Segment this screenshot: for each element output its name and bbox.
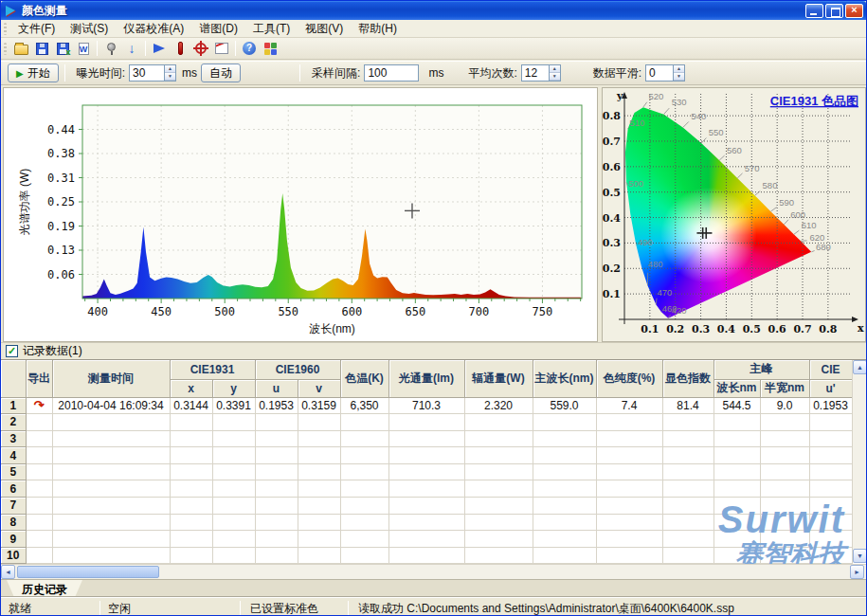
export-cell	[26, 498, 52, 515]
header-v[interactable]: v	[298, 379, 340, 397]
header-group-cie1931[interactable]: CIE1931	[170, 360, 255, 379]
header-purity[interactable]: 色纯度(%)	[596, 360, 662, 397]
table-row[interactable]: 3	[1, 430, 852, 447]
data-cell	[713, 447, 760, 464]
svg-text:570: 570	[745, 163, 760, 173]
scroll-down-button[interactable]: ▼	[853, 549, 867, 563]
data-cell	[388, 414, 464, 431]
svg-text:610: 610	[802, 220, 817, 230]
data-cell	[388, 463, 464, 480]
table-vertical-scrollbar[interactable]: ▲ ▼	[852, 360, 866, 563]
header-radiant-flux[interactable]: 辐通量(W)	[464, 360, 533, 397]
header-x[interactable]: x	[170, 379, 212, 397]
data-cell	[170, 480, 212, 498]
download-arrow-icon[interactable]: ↓	[121, 39, 142, 58]
menu-item-6[interactable]: 视图(V)	[298, 19, 351, 39]
header-cct[interactable]: 色温(K)	[340, 360, 388, 397]
table-row[interactable]: 4	[1, 447, 852, 464]
data-cell	[212, 547, 255, 564]
header-group-peak[interactable]: 主峰	[713, 360, 809, 379]
table-row[interactable]: 8	[1, 514, 852, 531]
svg-text:0.25: 0.25	[47, 195, 75, 208]
header-peak-wl[interactable]: 波长nm	[713, 379, 760, 397]
table-horizontal-scrollbar[interactable]: ◄ ►	[1, 564, 866, 579]
status-file-read: 读取成功 C:\Documents and Settings\Administr…	[358, 601, 734, 616]
menu-item-2[interactable]: 测试(S)	[63, 19, 116, 39]
data-cell	[533, 514, 596, 531]
exposure-input[interactable]: 30	[129, 64, 165, 82]
table-row[interactable]: 10	[1, 547, 852, 564]
record-data-checkbox[interactable]: ✓	[6, 345, 18, 357]
start-button[interactable]: ▶ 开始	[8, 63, 59, 82]
data-cell	[52, 430, 170, 447]
header-cri[interactable]: 显色指数	[662, 360, 713, 397]
header-y[interactable]: y	[212, 379, 255, 397]
restore-button[interactable]	[825, 4, 843, 18]
header-group-cie1960[interactable]: CIE1960	[255, 360, 340, 379]
data-cell	[809, 480, 852, 498]
data-cell	[464, 430, 533, 447]
table-row[interactable]: 6	[1, 480, 852, 498]
header-u[interactable]: u	[255, 379, 298, 397]
interval-input[interactable]: 100	[364, 64, 419, 82]
scroll-up-button[interactable]: ▲	[853, 360, 867, 374]
header-luminous-flux[interactable]: 光通量(lm)	[388, 360, 464, 397]
app-window: 颜色测量 × 文件(F)测试(S)仪器校准(A)谱图(D)工具(T)视图(V)帮…	[0, 0, 867, 616]
svg-text:600: 600	[790, 209, 805, 220]
data-cell	[298, 498, 340, 515]
svg-text:500: 500	[214, 305, 235, 318]
header-peak-halfwidth[interactable]: 半宽nm	[760, 379, 809, 397]
export-arrow-icon[interactable]: ↷	[34, 398, 45, 412]
smooth-spinner[interactable]: ▲▼	[674, 64, 685, 82]
average-spinner[interactable]: ▲▼	[550, 64, 561, 82]
data-cell	[464, 414, 533, 431]
header-uprime[interactable]: u'	[809, 379, 852, 397]
exposure-spinner[interactable]: ▲▼	[165, 64, 176, 82]
header-time[interactable]: 测量时间	[52, 360, 170, 397]
data-cell	[170, 514, 212, 531]
open-folder-icon[interactable]	[10, 39, 31, 58]
menu-item-3[interactable]: 仪器校准(A)	[116, 19, 191, 39]
target-icon[interactable]	[190, 39, 211, 58]
spectrum-chart-icon[interactable]	[211, 39, 232, 58]
spectrum-chart[interactable]: 4004505005506006507007500.060.130.190.25…	[3, 87, 598, 342]
table-row[interactable]: 2	[1, 414, 852, 431]
lamp-icon[interactable]	[100, 39, 121, 58]
data-cell	[388, 447, 464, 464]
table-row[interactable]: 9	[1, 531, 852, 548]
menu-item-1[interactable]: 文件(F)	[10, 19, 63, 39]
menu-item-5[interactable]: 工具(T)	[245, 19, 298, 39]
menu-grip[interactable]	[4, 23, 7, 35]
average-input[interactable]: 12	[521, 64, 550, 82]
flag-icon[interactable]	[149, 39, 170, 58]
menu-item-4[interactable]: 谱图(D)	[191, 19, 245, 39]
scroll-right-button[interactable]: ►	[850, 565, 864, 579]
svg-text:500: 500	[628, 178, 643, 189]
close-button[interactable]: ×	[845, 4, 863, 18]
thermometer-icon[interactable]	[170, 39, 190, 58]
color-blocks-icon[interactable]	[260, 39, 280, 58]
smooth-input[interactable]: 0	[645, 64, 674, 82]
svg-text:0.06: 0.06	[47, 268, 75, 281]
data-cell	[340, 414, 388, 431]
header-group-cie[interactable]: CIE	[809, 360, 852, 379]
hscroll-thumb[interactable]	[17, 566, 159, 578]
record-data-label: 记录数据(1)	[23, 343, 82, 359]
table-row[interactable]: 5	[1, 463, 852, 480]
auto-button[interactable]: 自动	[201, 63, 241, 82]
export-word-icon[interactable]: W	[73, 39, 94, 58]
table-row[interactable]: 1↷2010-04-04 16:09:340.31440.33910.19530…	[1, 397, 852, 414]
table-row[interactable]: 7	[1, 498, 852, 515]
save-icon[interactable]	[31, 39, 52, 58]
data-cell	[662, 514, 713, 531]
header-export[interactable]: 导出	[26, 360, 52, 397]
scroll-left-button[interactable]: ◄	[1, 565, 15, 579]
toolbar-grip[interactable]	[4, 43, 7, 55]
data-cell	[713, 514, 760, 531]
cie-chromaticity-chart[interactable]: 0.10.10.20.20.30.30.40.40.50.50.60.60.70…	[602, 87, 866, 342]
help-icon[interactable]: ?	[239, 39, 260, 58]
menu-item-7[interactable]: 帮助(H)	[351, 19, 405, 39]
minimize-button[interactable]	[805, 4, 823, 18]
export-excel-icon[interactable]: x	[52, 39, 73, 58]
header-dominant-wl[interactable]: 主波长(nm)	[533, 360, 596, 397]
